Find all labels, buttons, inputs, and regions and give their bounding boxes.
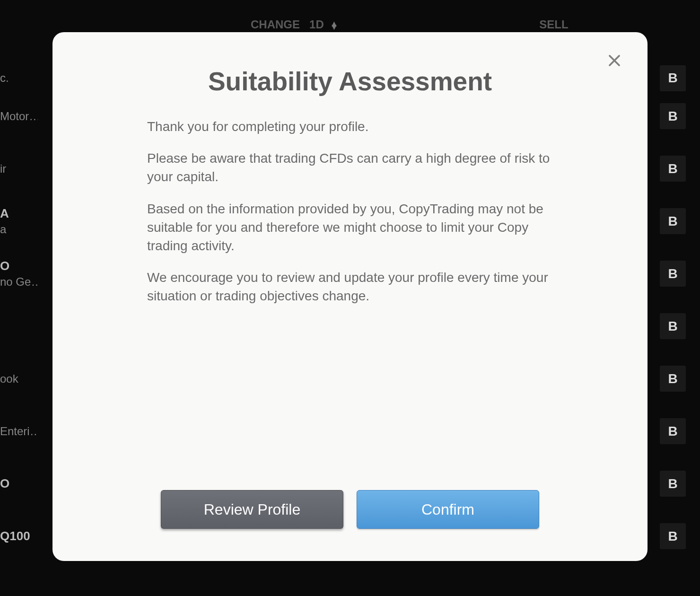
modal-title: Suitability Assessment xyxy=(147,66,553,96)
close-icon xyxy=(607,53,621,68)
modal-paragraph: Based on the information provided by you… xyxy=(147,200,553,255)
review-profile-button[interactable]: Review Profile xyxy=(161,490,343,529)
suitability-modal: Suitability Assessment Thank you for com… xyxy=(52,32,648,561)
modal-paragraph: We encourage you to review and update yo… xyxy=(147,268,553,305)
close-button[interactable] xyxy=(605,51,624,70)
modal-paragraph: Please be aware that trading CFDs can ca… xyxy=(147,149,553,186)
modal-overlay: Suitability Assessment Thank you for com… xyxy=(0,0,700,596)
confirm-button[interactable]: Confirm xyxy=(357,490,539,529)
modal-footer: Review Profile Confirm xyxy=(147,490,553,529)
modal-paragraph: Thank you for completing your profile. xyxy=(147,117,553,136)
modal-body: Thank you for completing your profile. P… xyxy=(147,117,553,490)
